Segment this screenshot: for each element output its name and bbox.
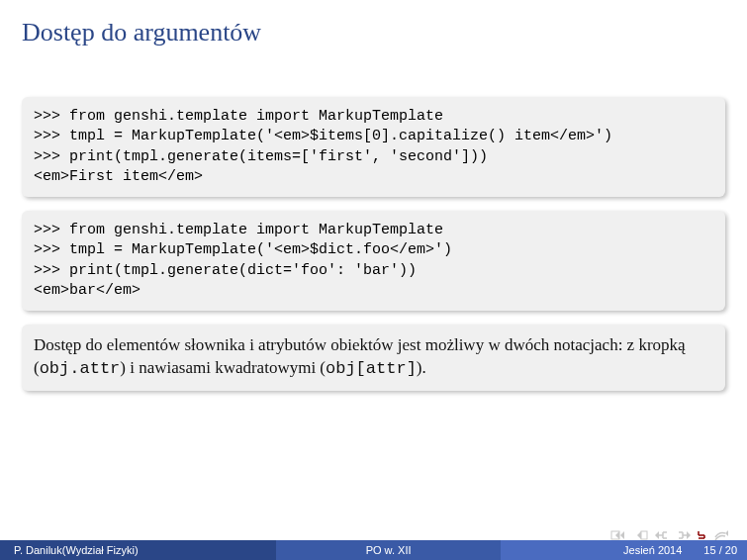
nav-prev-icon[interactable] — [632, 530, 648, 540]
code-block-2: >>> from genshi.template import MarkupTe… — [22, 211, 725, 311]
note-text-2: ) i nawiasami kwadratowymi ( — [120, 358, 326, 377]
footer-page: 15 / 20 — [703, 544, 737, 556]
footer-author: P. Daniluk(Wydział Fizyki) — [0, 540, 276, 560]
note-block: Dostęp do elementów słownika i atrybutów… — [22, 325, 725, 391]
footer-term: Jesień 2014 — [623, 544, 682, 556]
nav-first-icon[interactable] — [610, 530, 626, 540]
nav-controls — [610, 530, 729, 540]
nav-marker-icon[interactable] — [698, 530, 707, 540]
code-block-1: >>> from genshi.template import MarkupTe… — [22, 97, 725, 197]
slide-title: Dostęp do argumentów — [22, 18, 725, 47]
svg-rect-1 — [641, 531, 647, 539]
nav-next-sub-icon[interactable] — [676, 530, 692, 540]
note-text-3: ). — [417, 358, 426, 377]
footer-bar: P. Daniluk(Wydział Fizyki) PO w. XII Jes… — [0, 540, 747, 560]
nav-back-icon[interactable] — [713, 530, 729, 540]
note-code-1: obj.attr — [40, 359, 121, 378]
slide: Dostęp do argumentów >>> from genshi.tem… — [0, 0, 747, 560]
footer-center: PO w. XII — [276, 540, 501, 560]
nav-prev-sub-icon[interactable] — [654, 530, 670, 540]
note-code-2: obj[attr] — [326, 359, 417, 378]
